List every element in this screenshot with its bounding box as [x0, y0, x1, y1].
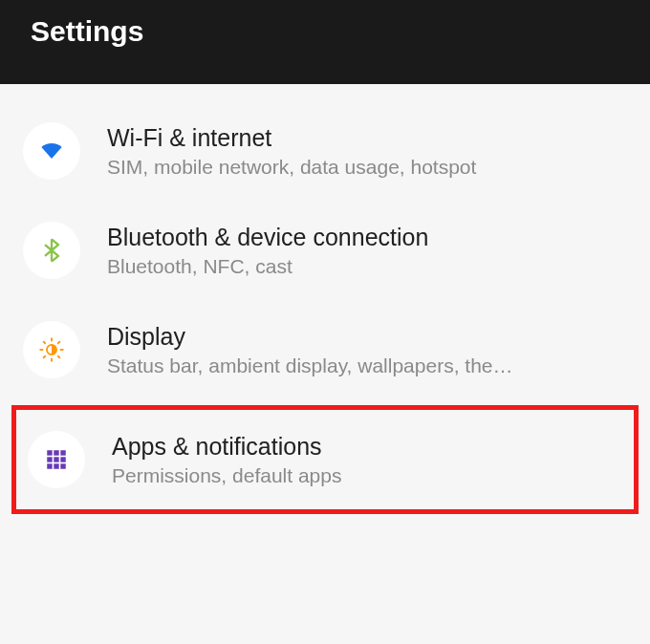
item-text: Display Status bar, ambient display, wal… [107, 323, 627, 377]
item-text: Apps & notifications Permissions, defaul… [112, 433, 622, 487]
item-title: Apps & notifications [112, 433, 622, 461]
svg-rect-12 [47, 457, 52, 462]
item-title: Wi-Fi & internet [107, 124, 627, 152]
header: Settings [0, 0, 650, 84]
svg-rect-11 [60, 450, 65, 455]
settings-item-display[interactable]: Display Status bar, ambient display, wal… [0, 300, 650, 399]
svg-rect-13 [54, 457, 58, 462]
item-subtitle: SIM, mobile network, data usage, hotspot [107, 156, 627, 179]
bluetooth-icon [23, 222, 80, 279]
settings-item-bluetooth[interactable]: Bluetooth & device connection Bluetooth,… [0, 201, 650, 300]
item-text: Bluetooth & device connection Bluetooth,… [107, 224, 627, 278]
settings-list: Wi-Fi & internet SIM, mobile network, da… [0, 84, 650, 514]
display-icon [23, 321, 80, 378]
svg-rect-9 [47, 450, 52, 455]
svg-rect-14 [60, 457, 65, 462]
wifi-icon [23, 122, 80, 180]
svg-line-8 [57, 341, 60, 344]
item-subtitle: Bluetooth, NFC, cast [107, 255, 627, 278]
page-title: Settings [31, 15, 143, 48]
settings-item-apps[interactable]: Apps & notifications Permissions, defaul… [11, 405, 639, 514]
item-text: Wi-Fi & internet SIM, mobile network, da… [107, 124, 627, 179]
svg-rect-15 [47, 463, 52, 468]
svg-rect-16 [54, 463, 58, 468]
svg-rect-10 [54, 450, 58, 455]
item-title: Bluetooth & device connection [107, 224, 627, 251]
item-subtitle: Status bar, ambient display, wallpapers,… [107, 354, 627, 377]
svg-line-7 [43, 355, 46, 358]
settings-item-wifi[interactable]: Wi-Fi & internet SIM, mobile network, da… [0, 101, 650, 201]
svg-line-5 [43, 341, 46, 344]
svg-rect-17 [60, 463, 65, 468]
item-subtitle: Permissions, default apps [112, 464, 622, 487]
svg-line-6 [57, 355, 60, 358]
item-title: Display [107, 323, 627, 351]
apps-icon [28, 431, 85, 488]
